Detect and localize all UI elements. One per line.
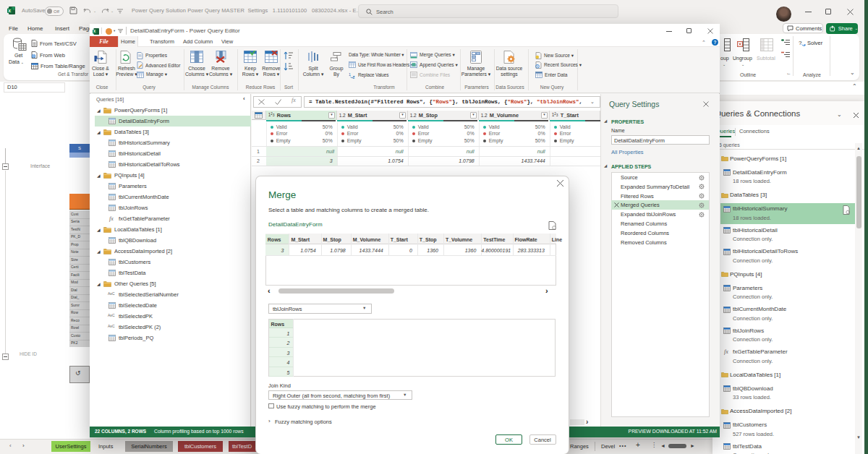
svg-text:1: 1 (349, 72, 351, 76)
svg-text:2: 2 (353, 74, 355, 78)
svg-text:?: ? (799, 40, 802, 46)
svg-text:X: X (8, 9, 11, 13)
